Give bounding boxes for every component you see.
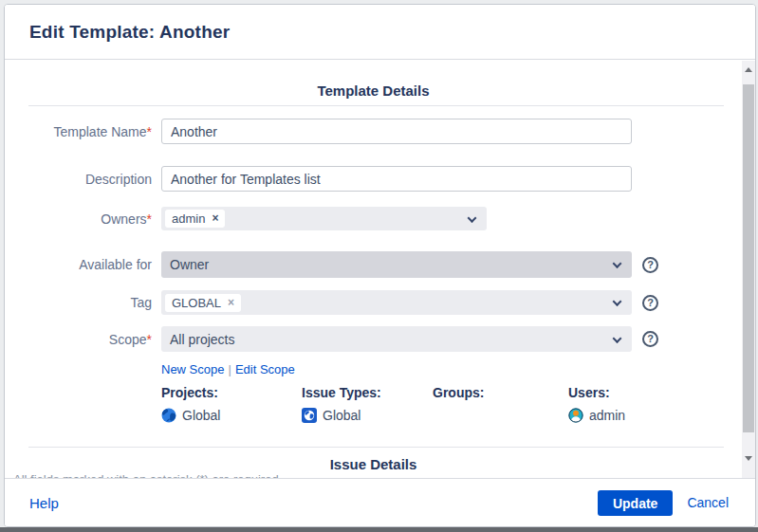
tag-chip-label: GLOBAL — [172, 296, 221, 310]
link-divider: | — [228, 362, 231, 376]
scope-links: New Scope|Edit Scope — [161, 362, 295, 376]
modal-body: Template Details Template Name* Descript… — [5, 61, 755, 478]
scope-value: All projects — [170, 332, 234, 347]
help-question-icon[interactable]: ? — [642, 257, 658, 273]
owners-select[interactable]: admin × — [161, 207, 487, 230]
help-question-icon[interactable]: ? — [642, 331, 658, 347]
new-scope-link[interactable]: New Scope — [161, 362, 224, 376]
tag-label: Tag — [5, 295, 152, 310]
description-input[interactable] — [161, 166, 632, 192]
description-label: Description — [5, 172, 152, 187]
scroll-down-icon[interactable] — [745, 456, 752, 461]
modal-title: Edit Template: Another — [29, 22, 230, 43]
tag-row: Tag GLOBAL × ? — [5, 290, 658, 315]
available-for-label: Available for — [5, 257, 152, 272]
user-avatar-icon — [568, 408, 583, 423]
owner-chip: admin × — [165, 210, 225, 228]
required-asterisk: * — [147, 124, 152, 139]
modal-header: Edit Template: Another — [5, 5, 755, 60]
available-for-value: Owner — [170, 257, 209, 272]
users-scope-value: admin — [589, 408, 625, 423]
description-row: Description — [5, 166, 632, 192]
globe-tile-icon — [302, 408, 317, 423]
cancel-link[interactable]: Cancel — [687, 495, 729, 510]
required-asterisk: * — [147, 332, 152, 347]
template-name-label: Template Name* — [5, 124, 152, 139]
update-button[interactable]: Update — [598, 490, 673, 516]
remove-owner-icon[interactable]: × — [212, 211, 218, 226]
help-link[interactable]: Help — [29, 495, 59, 511]
help-question-icon[interactable]: ? — [642, 295, 658, 311]
tag-chip: GLOBAL × — [165, 294, 241, 312]
scope-summary-groups: Groups: — [433, 385, 568, 423]
modal-footer: Help Update Cancel — [5, 478, 755, 526]
scrollbar[interactable] — [742, 61, 755, 478]
separator — [28, 105, 724, 106]
section-heading-template-details: Template Details — [5, 83, 742, 99]
section-heading-issue-details: Issue Details — [5, 456, 742, 472]
owners-label: Owners* — [5, 211, 152, 227]
separator — [28, 447, 724, 448]
available-for-row: Available for Owner ? — [5, 251, 658, 278]
available-for-select[interactable]: Owner — [161, 251, 632, 278]
required-asterisk: * — [147, 211, 152, 227]
scope-summary-users: Users: admin — [568, 385, 625, 423]
owners-row: Owners* admin × — [5, 207, 487, 230]
remove-tag-icon[interactable]: × — [228, 296, 234, 310]
scrollbar-thumb[interactable] — [743, 84, 754, 432]
scroll-up-icon[interactable] — [745, 67, 752, 72]
scope-summary: Projects: Global Issue Types: — [161, 385, 625, 423]
scope-summary-issue-types: Issue Types: Global — [302, 385, 433, 423]
owner-chip-label: admin — [172, 211, 205, 226]
scope-select[interactable]: All projects — [161, 326, 632, 352]
scope-summary-projects: Projects: Global — [161, 385, 302, 423]
scope-label: Scope* — [5, 332, 152, 347]
template-name-row: Template Name* — [5, 119, 632, 144]
scope-row: Scope* All projects ? — [5, 326, 658, 352]
globe-icon — [161, 408, 176, 423]
edit-scope-link[interactable]: Edit Scope — [235, 362, 295, 376]
tag-select[interactable]: GLOBAL × — [161, 290, 632, 315]
chevron-down-icon — [468, 213, 477, 223]
chevron-down-icon — [613, 297, 622, 306]
template-name-input[interactable] — [161, 119, 632, 144]
chevron-down-icon — [613, 334, 622, 343]
chevron-down-icon — [613, 259, 622, 268]
edit-template-modal: Edit Template: Another Template Details … — [4, 4, 756, 527]
window-bottom-edge — [0, 527, 758, 532]
issue-types-scope-value: Global — [323, 408, 361, 423]
projects-scope-value: Global — [182, 408, 220, 423]
